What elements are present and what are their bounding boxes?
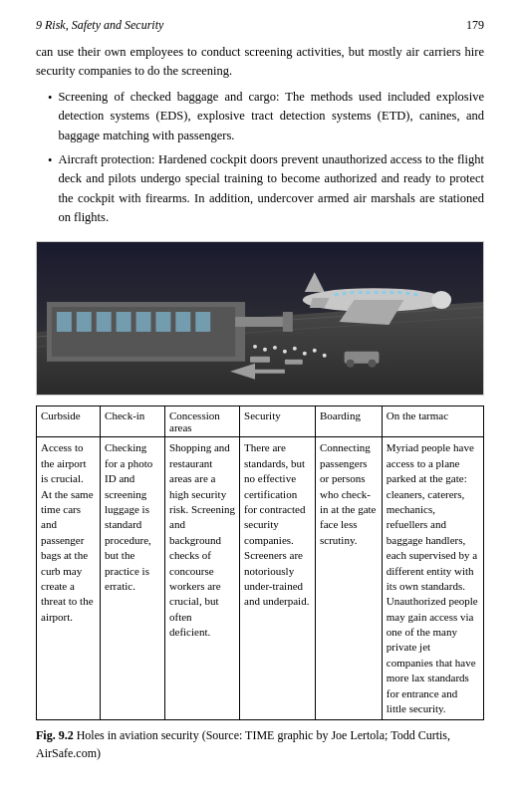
col-header-curbside: Curbside bbox=[37, 406, 101, 437]
svg-point-35 bbox=[283, 350, 287, 354]
svg-rect-11 bbox=[351, 291, 355, 294]
col-header-boarding: Boarding bbox=[315, 406, 382, 437]
svg-point-32 bbox=[253, 345, 257, 349]
page-header: 9 Risk, Safety and Security 179 bbox=[36, 18, 484, 33]
figure-label: Fig. 9.2 bbox=[36, 728, 74, 742]
svg-point-34 bbox=[273, 346, 277, 350]
bullet-dot-2: • bbox=[48, 151, 52, 170]
intro-paragraph: can use their own employees to conduct s… bbox=[36, 43, 484, 82]
svg-rect-30 bbox=[235, 317, 285, 327]
svg-rect-29 bbox=[195, 312, 210, 332]
svg-point-37 bbox=[303, 352, 307, 356]
svg-rect-41 bbox=[285, 360, 303, 365]
svg-point-43 bbox=[347, 360, 355, 368]
svg-point-36 bbox=[293, 347, 297, 351]
airport-illustration-container bbox=[36, 241, 484, 396]
svg-point-33 bbox=[263, 348, 267, 352]
svg-rect-17 bbox=[397, 291, 401, 294]
col-header-concession: Concession areas bbox=[165, 406, 240, 437]
svg-rect-27 bbox=[155, 312, 170, 332]
svg-rect-10 bbox=[343, 292, 347, 295]
bullet-text-2: Aircraft protection: Hardened cockpit do… bbox=[58, 150, 484, 228]
cell-curbside: Access to the airport is crucial. At the… bbox=[37, 437, 101, 720]
svg-rect-28 bbox=[175, 312, 190, 332]
header-right: 179 bbox=[466, 18, 484, 33]
cell-checkin: Checking for a photo ID and screening lu… bbox=[101, 437, 165, 720]
svg-rect-9 bbox=[335, 293, 339, 296]
svg-point-39 bbox=[323, 354, 327, 358]
svg-rect-13 bbox=[367, 291, 371, 294]
bullet-list: • Screening of checked baggage and cargo… bbox=[48, 88, 484, 228]
svg-rect-15 bbox=[382, 291, 386, 294]
figure-caption: Fig. 9.2 Holes in aviation security (Sou… bbox=[36, 726, 484, 762]
cell-boarding: Connecting passengers or persons who che… bbox=[315, 437, 382, 720]
svg-point-5 bbox=[431, 291, 451, 309]
bullet-item-1: • Screening of checked baggage and cargo… bbox=[48, 88, 484, 145]
svg-rect-16 bbox=[390, 291, 393, 294]
svg-rect-31 bbox=[283, 312, 293, 332]
page-container: 9 Risk, Safety and Security 179 can use … bbox=[0, 0, 520, 780]
svg-rect-22 bbox=[57, 312, 72, 332]
header-left: 9 Risk, Safety and Security bbox=[36, 18, 163, 33]
figure-caption-body: Holes in aviation security (Source: TIME… bbox=[36, 728, 450, 760]
svg-rect-18 bbox=[405, 292, 409, 295]
svg-rect-14 bbox=[374, 291, 378, 294]
svg-rect-23 bbox=[77, 312, 92, 332]
svg-rect-24 bbox=[97, 312, 112, 332]
airport-svg bbox=[37, 242, 483, 395]
bullet-text-1: Screening of checked baggage and cargo: … bbox=[58, 88, 484, 145]
security-table: Curbside Check-in Concession areas Secur… bbox=[36, 406, 484, 720]
cell-tarmac: Myriad people have access to a plane par… bbox=[382, 437, 483, 720]
svg-rect-19 bbox=[413, 293, 417, 296]
cell-concession: Shopping and restaurant areas are a high… bbox=[165, 437, 240, 720]
svg-rect-25 bbox=[117, 312, 131, 332]
svg-rect-26 bbox=[136, 312, 151, 332]
col-header-security: Security bbox=[240, 406, 316, 437]
bullet-dot-1: • bbox=[48, 89, 52, 108]
table-row: Access to the airport is crucial. At the… bbox=[37, 437, 484, 720]
bullet-item-2: • Aircraft protection: Hardened cockpit … bbox=[48, 150, 484, 228]
svg-point-44 bbox=[369, 360, 377, 368]
svg-point-38 bbox=[313, 349, 317, 353]
col-header-tarmac: On the tarmac bbox=[382, 406, 483, 437]
svg-rect-12 bbox=[359, 291, 363, 294]
cell-security: There are standards, but no effective ce… bbox=[240, 437, 316, 720]
col-header-checkin: Check-in bbox=[101, 406, 165, 437]
svg-rect-40 bbox=[250, 357, 270, 363]
